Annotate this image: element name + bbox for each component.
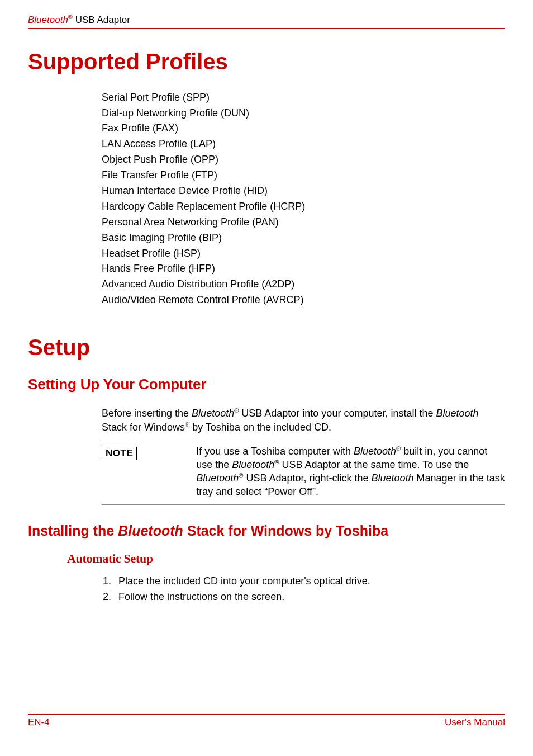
step-item: Place the included CD into your computer…: [114, 574, 505, 589]
profiles-list: Serial Port Profile (SPP) Dial-up Networ…: [102, 90, 505, 308]
profile-item: Hands Free Profile (HFP): [102, 261, 505, 277]
profile-item: Basic Imaging Profile (BIP): [102, 230, 505, 246]
text-run: by Toshiba on the included CD.: [189, 422, 331, 433]
profile-item: Headset Profile (HSP): [102, 246, 505, 262]
section-heading-supported-profiles: Supported Profiles: [28, 49, 505, 74]
footer-rule: [28, 714, 505, 715]
step-item: Follow the instructions on the screen.: [114, 589, 505, 605]
profile-item: Serial Port Profile (SPP): [102, 90, 505, 106]
text-run-italic: Bluetooth: [232, 459, 274, 470]
subsection-installing-stack: Installing the Bluetooth Stack for Windo…: [28, 523, 505, 539]
text-run: Installing the: [28, 523, 118, 538]
setup-paragraph: Before inserting the Bluetooth® USB Adap…: [102, 407, 505, 434]
profile-item: Advanced Audio Distribution Profile (A2D…: [102, 277, 505, 292]
header-brand: Bluetooth: [28, 15, 68, 25]
footer-page-number: EN-4: [28, 717, 50, 728]
text-run: Before inserting the: [102, 408, 192, 419]
footer-title: User's Manual: [445, 717, 505, 728]
note-label: NOTE: [102, 447, 137, 460]
profile-item: Personal Area Networking Profile (PAN): [102, 215, 505, 230]
profile-item: Human Interface Device Profile (HID): [102, 183, 505, 199]
profile-item: Dial-up Networking Profile (DUN): [102, 106, 505, 121]
profile-item: Fax Profile (FAX): [102, 121, 505, 136]
text-run: Stack for Windows by Toshiba: [183, 523, 388, 538]
page-footer: EN-4 User's Manual: [28, 714, 505, 728]
text-run: Stack for Windows: [102, 422, 185, 433]
text-run: USB Adaptor, right-click the: [243, 472, 371, 484]
profile-item: LAN Access Profile (LAP): [102, 136, 505, 152]
text-run-italic: Bluetooth: [354, 446, 396, 457]
text-run-italic: Bluetooth: [372, 472, 414, 484]
header-product: USB Adaptor: [73, 15, 130, 25]
text-run: USB Adaptor at the same time. To use the: [279, 459, 469, 470]
header-text: Bluetooth® USB Adaptor: [28, 13, 505, 26]
topic-automatic-setup: Automatic Setup: [67, 551, 505, 566]
subsection-setting-up: Setting Up Your Computer: [28, 376, 505, 393]
note-block: NOTE If you use a Toshiba computer with …: [102, 440, 505, 505]
profile-item: File Transfer Profile (FTP): [102, 168, 505, 183]
steps-list: Place the included CD into your computer…: [102, 574, 505, 605]
page-header: Bluetooth® USB Adaptor: [28, 13, 505, 29]
text-run: USB Adaptor into your computer, install …: [239, 408, 436, 419]
text-run-italic: Bluetooth: [436, 408, 478, 419]
text-run-italic: Bluetooth: [192, 408, 234, 419]
text-run-italic: Bluetooth: [196, 472, 239, 484]
text-run: If you use a Toshiba computer with: [196, 446, 354, 457]
header-rule: [28, 28, 505, 29]
page-content: Supported Profiles Serial Port Profile (…: [28, 32, 505, 605]
footer-row: EN-4 User's Manual: [28, 717, 505, 728]
profile-item: Hardcopy Cable Replacement Profile (HCRP…: [102, 199, 505, 215]
text-run-italic: Bluetooth: [118, 523, 183, 538]
section-heading-setup: Setup: [28, 335, 505, 360]
profile-item: Object Push Profile (OPP): [102, 152, 505, 168]
header-registered: ®: [68, 13, 73, 20]
note-text: If you use a Toshiba computer with Bluet…: [196, 445, 505, 499]
profile-item: Audio/Video Remote Control Profile (AVRC…: [102, 292, 505, 308]
text-run-sup: ®: [185, 421, 189, 428]
